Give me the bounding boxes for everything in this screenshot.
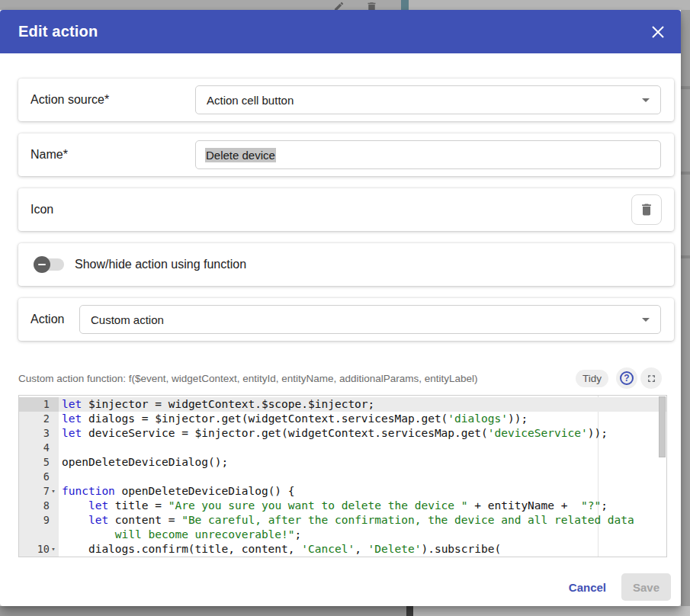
editor-scrollbar[interactable] bbox=[659, 396, 666, 457]
code-line-text: let content = "Be careful, after the con… bbox=[59, 513, 666, 528]
action-value: Custom action bbox=[91, 313, 634, 326]
background-line bbox=[681, 172, 690, 175]
name-row: Name* Delete device bbox=[18, 133, 674, 176]
show-hide-label: Show/hide action using function bbox=[75, 258, 246, 271]
code-line[interactable]: 3let deviceService = $injector.get(widge… bbox=[19, 426, 666, 441]
line-number[interactable]: 5 bbox=[19, 455, 59, 470]
close-icon bbox=[651, 25, 665, 39]
background-panel-right bbox=[413, 606, 690, 616]
fullscreen-icon bbox=[646, 373, 657, 384]
code-line[interactable]: 2let dialogs = $injector.get(widgetConte… bbox=[19, 412, 666, 426]
fold-arrow-icon[interactable]: ▾ bbox=[50, 542, 57, 557]
background-panel-right bbox=[409, 0, 690, 10]
background-top-strip bbox=[0, 0, 690, 10]
background-line bbox=[681, 86, 690, 89]
code-line[interactable]: 7▾function openDeleteDeviceDialog() { bbox=[19, 484, 666, 499]
cancel-button[interactable]: Cancel bbox=[560, 575, 615, 600]
help-icon: ? bbox=[620, 371, 634, 385]
line-number[interactable]: 9 bbox=[19, 513, 59, 528]
background-right-strip bbox=[681, 10, 690, 606]
code-line-text: let $injector = widgetContext.$scope.$in… bbox=[59, 397, 666, 412]
toggle-off-dash-icon bbox=[38, 264, 46, 265]
action-source-value: Action cell button bbox=[207, 94, 634, 107]
fold-arrow-icon[interactable]: ▾ bbox=[50, 484, 57, 499]
tidy-button[interactable]: Tidy bbox=[576, 370, 608, 387]
line-number[interactable]: 2 bbox=[19, 412, 59, 426]
custom-function-signature: Custom action function: f($event, widget… bbox=[18, 373, 576, 384]
line-number[interactable]: 4 bbox=[19, 441, 59, 455]
line-number[interactable]: 8 bbox=[19, 499, 59, 513]
custom-action-code-editor[interactable]: 1let $injector = widgetContext.$scope.$i… bbox=[18, 395, 667, 557]
code-line[interactable]: will become unrecoverable!"; bbox=[19, 528, 666, 542]
code-line-text: will become unrecoverable!"; bbox=[59, 528, 666, 542]
edit-action-dialog: Edit action Action source* Action cell b… bbox=[0, 10, 681, 606]
dialog-footer: Cancel Save bbox=[560, 573, 671, 601]
code-line[interactable]: 8 let title = "Are you sure you want to … bbox=[19, 499, 666, 513]
line-number[interactable] bbox=[19, 528, 59, 542]
name-label: Name* bbox=[18, 148, 68, 162]
code-editor-rows: 1let $injector = widgetContext.$scope.$i… bbox=[19, 396, 666, 557]
action-source-row: Action source* Action cell button bbox=[18, 79, 674, 121]
code-line[interactable]: 4 bbox=[19, 441, 666, 455]
screen: Edit action Action source* Action cell b… bbox=[0, 0, 690, 616]
show-hide-toggle[interactable] bbox=[34, 256, 64, 273]
show-hide-row: Show/hide action using function bbox=[18, 243, 674, 286]
background-divider bbox=[406, 606, 413, 616]
icon-label: Icon bbox=[18, 203, 53, 217]
code-line[interactable]: 10▾ dialogs.confirm(title, content, 'Can… bbox=[19, 542, 666, 557]
line-number[interactable]: 7▾ bbox=[19, 484, 59, 499]
icon-delete-button[interactable] bbox=[631, 194, 662, 225]
chevron-down-icon bbox=[642, 318, 650, 322]
dialog-header: Edit action bbox=[0, 10, 681, 53]
code-line[interactable]: 5openDeleteDeviceDialog(); bbox=[19, 455, 666, 470]
line-number[interactable]: 1 bbox=[19, 397, 59, 412]
background-line bbox=[681, 255, 690, 258]
action-select[interactable]: Custom action bbox=[79, 305, 661, 334]
action-label: Action bbox=[18, 313, 64, 326]
name-input-selected-text: Delete device bbox=[205, 148, 276, 162]
code-line-text: dialogs.confirm(title, content, 'Cancel'… bbox=[59, 542, 666, 557]
dialog-title: Edit action bbox=[18, 23, 647, 40]
background-scroll-handle bbox=[401, 0, 409, 10]
background-bottom-strip bbox=[0, 606, 690, 616]
code-line-text: function openDeleteDeviceDialog() { bbox=[59, 484, 666, 499]
code-line[interactable]: 9 let content = "Be careful, after the c… bbox=[19, 513, 666, 528]
trash-icon bbox=[639, 202, 654, 217]
action-source-label: Action source* bbox=[18, 93, 109, 107]
help-button[interactable]: ? bbox=[616, 367, 637, 389]
name-input[interactable]: Delete device bbox=[195, 140, 661, 169]
save-button[interactable]: Save bbox=[621, 573, 671, 601]
code-line[interactable]: 1let $injector = widgetContext.$scope.$i… bbox=[19, 397, 666, 412]
action-row: Action Custom action bbox=[18, 298, 674, 341]
icon-row: Icon bbox=[18, 188, 674, 231]
line-number[interactable]: 3 bbox=[19, 426, 59, 441]
code-line-text: let title = "Are you sure you want to de… bbox=[59, 499, 666, 513]
code-line[interactable]: 6 bbox=[19, 470, 666, 484]
code-line-text: openDeleteDeviceDialog(); bbox=[59, 455, 666, 470]
code-line-text bbox=[59, 441, 666, 455]
code-line-text: let deviceService = $injector.get(widget… bbox=[59, 426, 666, 441]
close-button[interactable] bbox=[647, 21, 669, 43]
chevron-down-icon bbox=[642, 98, 650, 102]
custom-function-header: Custom action function: f($event, widget… bbox=[18, 367, 662, 390]
line-number[interactable]: 6 bbox=[19, 470, 59, 484]
fullscreen-button[interactable] bbox=[640, 367, 662, 389]
toggle-thumb bbox=[34, 256, 50, 273]
code-line-text bbox=[59, 470, 666, 484]
code-line-text: let dialogs = $injector.get(widgetContex… bbox=[59, 412, 666, 426]
line-number[interactable]: 10▾ bbox=[19, 542, 59, 557]
action-source-select[interactable]: Action cell button bbox=[195, 85, 661, 114]
